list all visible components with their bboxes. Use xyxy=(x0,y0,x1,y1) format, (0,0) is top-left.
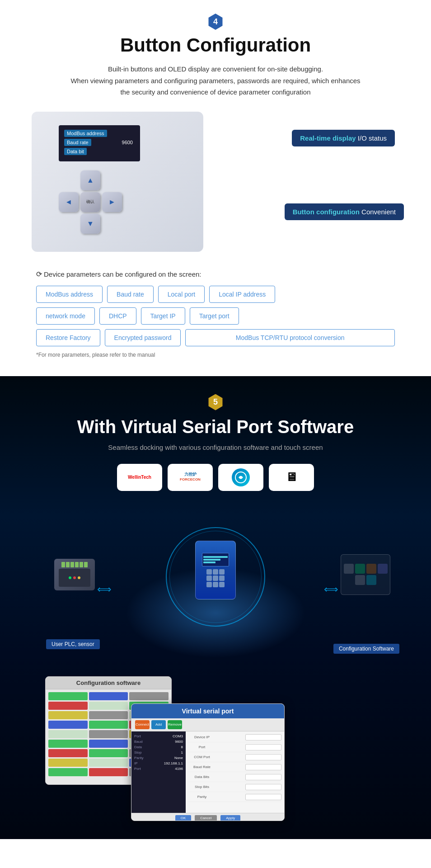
btn-up: ▲ xyxy=(80,170,100,190)
screenshots-area: Configuration software xyxy=(18,667,413,839)
param-baud-rate: Baud rate xyxy=(107,286,154,303)
param-dhcp: DHCP xyxy=(99,307,136,325)
param-encrypted-password: Encrypted password xyxy=(105,329,181,346)
params-row2: network mode DHCP Target IP Target port xyxy=(36,307,395,325)
circle-logo-svg xyxy=(234,471,248,484)
vsp-cancel-btn[interactable]: Cancel xyxy=(195,815,217,821)
params-note: *For more parameters, please refer to th… xyxy=(36,352,395,358)
param-target-ip: Target IP xyxy=(141,307,185,325)
vsp-toolbar: Connect Add Remove xyxy=(131,718,284,731)
callout-realtime: Real-time display I/O status xyxy=(292,130,395,146)
central-device xyxy=(195,541,236,599)
config-software-box xyxy=(341,554,390,595)
param-modbus-address: ModBus address xyxy=(36,286,103,303)
section4-title: Button Configuration xyxy=(18,34,413,56)
device-area: ModBus address Baud rate 9600 Data bit ▲… xyxy=(18,112,413,256)
param-network-mode: network mode xyxy=(36,307,95,325)
btn-down: ▼ xyxy=(80,214,100,234)
param-target-port: Target port xyxy=(190,307,239,325)
plc-box xyxy=(54,559,95,590)
params-row1: ModBus address Baud rate Local port Loca… xyxy=(36,286,395,303)
param-modbus-protocol: ModBus TCP/RTU protocol conversion xyxy=(185,329,395,346)
vsp-connect-btn[interactable]: Connect xyxy=(135,720,150,729)
config-screenshot-title: Configuration software xyxy=(46,677,171,689)
vsp-title: Virtual serial port xyxy=(131,704,284,718)
vsp-add-btn[interactable]: Add xyxy=(151,720,166,729)
vsp-footer: OK Cancel Apply xyxy=(131,813,284,821)
callout-button: Button configuration Convenient xyxy=(285,203,404,220)
step-badge-4: 4 xyxy=(207,14,224,30)
logo-circle xyxy=(218,464,263,491)
param-restore-factory: Restore Factory xyxy=(36,329,100,346)
params-row3: Restore Factory Encrypted password ModBu… xyxy=(36,329,395,346)
params-section: ⟳ Device parameters can be configured on… xyxy=(18,270,413,358)
config-icon: ⟳ xyxy=(36,270,42,278)
vsp-remove-btn[interactable]: Remove xyxy=(168,720,182,729)
section5-subtitle: Seamless docking with various configurat… xyxy=(18,443,413,451)
screenshot-virtual: Virtual serial port Connect Add Remove P… xyxy=(131,703,285,821)
arrow-right: ⟺ xyxy=(324,584,338,595)
vsp-left-panel: PortCOM3 Baud9600 Data8 Stop1 ParityNone… xyxy=(131,731,186,813)
vsp-right-panel: Device IP Port COM Port Baud Rate xyxy=(186,731,284,813)
software-logos: WellinTech 力控炉 FORCECON 🖥 xyxy=(18,464,413,491)
params-title: ⟳ Device parameters can be configured on… xyxy=(36,270,395,278)
label-config-software: Configuration Software xyxy=(333,644,399,654)
device-image: ModBus address Baud rate 9600 Data bit ▲… xyxy=(32,112,203,252)
step-badge-5: 5 xyxy=(207,394,224,410)
btn-right: ► xyxy=(102,192,122,212)
vsp-content: PortCOM3 Baud9600 Data8 Stop1 ParityNone… xyxy=(131,731,284,813)
logo-forcecon: 力控炉 FORCECON xyxy=(168,464,213,491)
vsp-ok-btn[interactable]: OK xyxy=(175,815,192,821)
section4: 4 Button Configuration Built-in buttons … xyxy=(0,0,431,376)
label-plc-sensor: User PLC, sensor xyxy=(46,639,100,649)
diagram-area: ⟺ ⟺ User PLC, sensor Configuration Softw… xyxy=(18,514,413,658)
section5: 5 With Virtual Serial Port Software Seam… xyxy=(0,376,431,839)
logo-monitor: 🖥 xyxy=(269,464,314,491)
section5-title: With Virtual Serial Port Software xyxy=(18,417,413,437)
btn-confirm: 确认 xyxy=(80,192,100,212)
section4-subtitle: Built-in buttons and OLED display are co… xyxy=(57,63,374,98)
arrow-left: ⟺ xyxy=(97,584,112,595)
param-local-port: Local port xyxy=(158,286,205,303)
device-screen: ModBus address Baud rate 9600 Data bit xyxy=(59,125,140,161)
logo-wellintech: WellinTech xyxy=(117,464,162,491)
device-buttons: ▲ ◄ 确认 ► ▼ xyxy=(59,170,122,234)
param-local-ip: Local IP address xyxy=(209,286,275,303)
btn-left: ◄ xyxy=(59,192,79,212)
vsp-apply-btn[interactable]: Apply xyxy=(220,815,240,821)
